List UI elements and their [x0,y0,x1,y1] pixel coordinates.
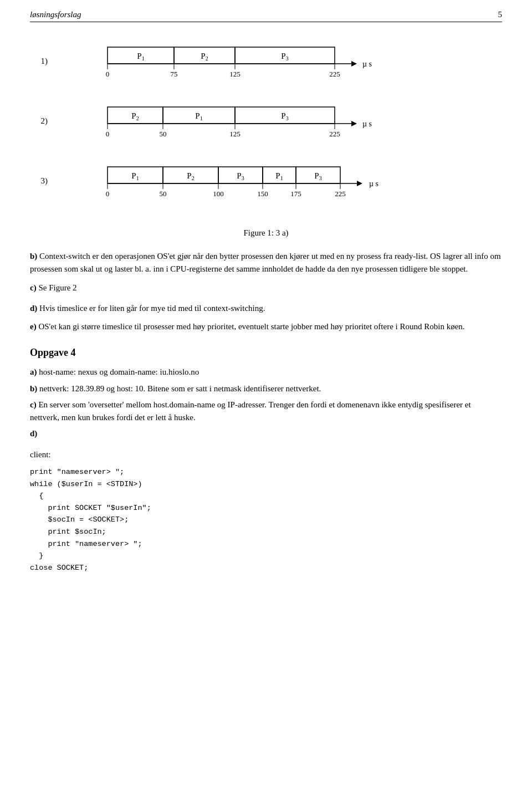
svg-text:0: 0 [106,70,110,78]
text-b: b) Context-switch er den operasjonen OS'… [30,250,502,276]
svg-text:75: 75 [171,70,178,78]
diagram-row-2: 2) P2 P1 P3 0 [30,99,502,143]
oppgave4-c: c) En server som 'oversetter' mellom hos… [30,399,502,425]
svg-text:100: 100 [213,190,224,198]
svg-text:0: 0 [106,130,110,138]
diagram-content-3: P1 P2 P3 P1 P3 0 50 [58,159,502,203]
client-label: client: [30,448,502,461]
diagram-row-1: 1) P1 P2 P3 [30,39,502,83]
oppgave4-c-label: c) [30,400,37,409]
header-title: løsningsforslag [30,10,81,19]
oppgave4-section: Oppgave 4 a) host-name: nexus og domain-… [30,345,502,440]
text-section-c: c) Se Figure 2 [30,282,502,294]
svg-text:0: 0 [106,190,110,198]
diagram-svg-3: P1 P2 P3 P1 P3 0 50 [58,159,401,203]
svg-text:P1: P1 [195,111,202,121]
svg-text:P1: P1 [131,171,139,181]
diagram-content-2: P2 P1 P3 0 50 125 225 µ s [58,99,502,143]
svg-text:50: 50 [160,130,167,138]
text-section-d: d) Hvis timeslice er for liten går for m… [30,302,502,315]
svg-text:225: 225 [329,130,340,138]
svg-marker-1 [351,61,357,67]
oppgave4-b: b) nettverk: 128.39.89 og host: 10. Bite… [30,382,502,395]
text-d-label: d) [30,304,37,313]
svg-text:P2: P2 [187,171,194,181]
text-b-label: b) [30,252,37,261]
svg-text:P1: P1 [137,52,144,62]
text-e: e) OS'et kan gi større timeslice til pro… [30,320,502,333]
svg-text:µ s: µ s [362,120,372,128]
oppgave4-d-label: d) [30,429,37,438]
oppgave4-a: a) host-name: nexus og domain-name: iu.h… [30,366,502,379]
svg-text:P3: P3 [281,52,288,62]
svg-text:225: 225 [329,70,340,78]
svg-text:P1: P1 [275,171,283,181]
svg-text:175: 175 [290,190,301,198]
client-code: print "nameserver> "; while ($userIn = <… [30,466,502,574]
diagram-row-3: 3) P1 P2 P3 P1 [30,159,502,203]
svg-text:125: 125 [229,70,241,78]
figure-caption: Figure 1: 3 a) [30,228,502,238]
diagram-label-3: 3) [30,176,58,186]
diagram-label-1: 1) [30,57,58,66]
text-d: d) Hvis timeslice er for liten går for m… [30,302,502,315]
text-c: c) Se Figure 2 [30,282,502,294]
svg-text:P2: P2 [131,111,139,121]
text-section-b: b) Context-switch er den operasjonen OS'… [30,250,502,276]
diagram-content-1: P1 P2 P3 0 75 125 225 [58,39,502,83]
diagram-svg-2: P2 P1 P3 0 50 125 225 µ s [58,99,390,143]
diagrams-area: 1) P1 P2 P3 [30,39,502,218]
oppgave4-heading: Oppgave 4 [30,345,502,360]
svg-text:225: 225 [335,190,346,198]
svg-text:P3: P3 [281,111,288,121]
oppgave4-d: d) [30,427,502,440]
text-section-e: e) OS'et kan gi større timeslice til pro… [30,320,502,333]
svg-text:µ s: µ s [369,180,378,188]
text-c-label: c) [30,283,37,292]
oppgave4-b-label: b) [30,384,37,393]
svg-text:50: 50 [160,190,167,198]
text-e-label: e) [30,322,37,331]
page-header: løsningsforslag 5 [30,10,502,22]
svg-text:125: 125 [229,130,241,138]
svg-text:µ s: µ s [362,60,372,68]
client-section: client: print "nameserver> "; while ($us… [30,448,502,574]
svg-marker-35 [357,181,362,186]
svg-text:150: 150 [257,190,268,198]
diagram-label-2: 2) [30,116,58,126]
svg-marker-18 [351,121,357,126]
diagram-svg-1: P1 P2 P3 0 75 125 225 [58,39,390,83]
page: løsningsforslag 5 1) P1 P2 [0,0,532,807]
svg-text:P2: P2 [201,52,208,62]
oppgave4-a-label: a) [30,367,37,376]
svg-text:P3: P3 [314,171,321,181]
svg-text:P3: P3 [237,171,244,181]
header-page-number: 5 [498,10,503,19]
